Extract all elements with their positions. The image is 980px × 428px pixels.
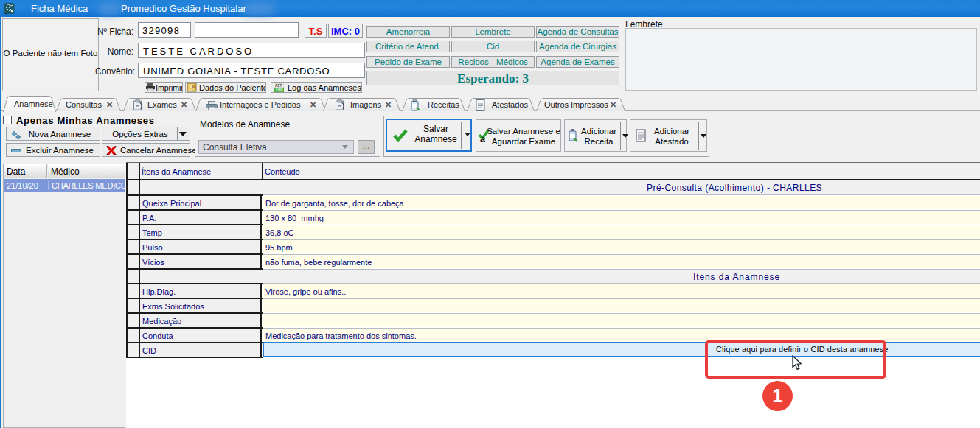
svg-text:LOG: LOG [276,88,283,92]
svg-text:a: a [480,133,485,144]
svg-text:ACT: ACT [275,84,282,88]
